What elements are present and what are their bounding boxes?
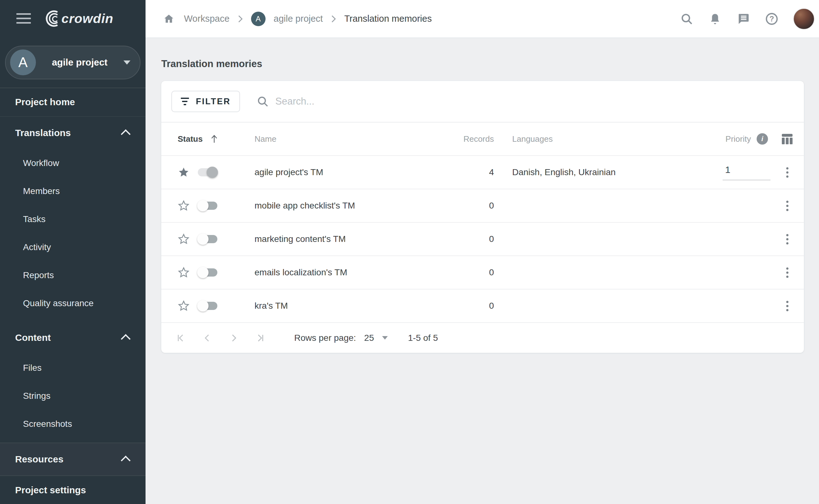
search-bar bbox=[256, 95, 804, 108]
favorite-star-button[interactable] bbox=[178, 166, 190, 178]
columns-icon bbox=[781, 133, 793, 145]
tm-name: emails localization's TM bbox=[255, 267, 437, 278]
rows-per-page-select[interactable]: 25 bbox=[364, 333, 388, 343]
home-icon[interactable] bbox=[162, 12, 176, 26]
tm-name: mobile app checklist's TM bbox=[255, 201, 437, 211]
sort-ascending-icon bbox=[210, 134, 218, 144]
main-content: Translation memories FILTER Status bbox=[146, 38, 819, 504]
translations-subnav: Workflow Members Tasks Activity Reports … bbox=[0, 149, 146, 317]
tm-records: 0 bbox=[437, 201, 494, 211]
sidebar-section-content[interactable]: Content bbox=[0, 322, 146, 354]
sidebar-section-resources[interactable]: Resources bbox=[0, 443, 146, 476]
breadcrumb-project[interactable]: agile project bbox=[274, 14, 323, 24]
favorite-star-button[interactable] bbox=[178, 200, 190, 212]
search-icon[interactable] bbox=[680, 12, 694, 26]
chevron-down-icon bbox=[382, 336, 388, 340]
column-settings-button[interactable] bbox=[770, 133, 804, 145]
page-title: Translation memories bbox=[161, 58, 819, 70]
sidebar-item-files[interactable]: Files bbox=[0, 354, 146, 382]
column-records[interactable]: Records bbox=[437, 134, 494, 144]
status-toggle[interactable] bbox=[198, 268, 217, 277]
favorite-star-button[interactable] bbox=[178, 266, 190, 278]
rows-per-page-label: Rows per page: bbox=[294, 333, 356, 343]
table-row: marketing content's TM 0 bbox=[161, 222, 804, 255]
row-menu-button[interactable] bbox=[784, 165, 790, 180]
sidebar-item-screenshots[interactable]: Screenshots bbox=[0, 410, 146, 438]
info-icon[interactable]: i bbox=[757, 133, 768, 145]
status-toggle[interactable] bbox=[198, 168, 217, 176]
chevron-right-icon bbox=[331, 15, 336, 23]
sidebar-item-reports[interactable]: Reports bbox=[0, 261, 146, 289]
breadcrumb: Workspace A agile project Translation me… bbox=[162, 12, 680, 26]
breadcrumb-current: Translation memories bbox=[344, 14, 432, 24]
tm-name: kra's TM bbox=[255, 301, 437, 311]
table-row: kra's TM 0 bbox=[161, 289, 804, 322]
sidebar-item-project-settings[interactable]: Project settings bbox=[0, 476, 146, 504]
sidebar-section-translations[interactable]: Translations bbox=[0, 117, 146, 149]
bell-icon[interactable] bbox=[708, 12, 722, 26]
status-toggle[interactable] bbox=[198, 302, 217, 310]
sidebar-item-strings[interactable]: Strings bbox=[0, 382, 146, 410]
breadcrumb-project-avatar: A bbox=[251, 12, 266, 26]
search-icon bbox=[256, 95, 269, 108]
logo-wordmark: crowdin bbox=[61, 11, 113, 26]
help-icon[interactable]: ? bbox=[765, 12, 779, 26]
column-status[interactable]: Status bbox=[178, 134, 255, 144]
filter-button[interactable]: FILTER bbox=[171, 91, 240, 112]
chevron-up-icon bbox=[122, 335, 131, 341]
table-row: emails localization's TM 0 bbox=[161, 255, 804, 289]
last-page-button[interactable] bbox=[255, 332, 266, 344]
search-input[interactable] bbox=[275, 96, 804, 107]
tm-records: 0 bbox=[437, 267, 494, 278]
first-page-button[interactable] bbox=[175, 332, 186, 344]
column-languages[interactable]: Languages bbox=[494, 134, 679, 144]
pagination: Rows per page: 25 1-5 of 5 bbox=[161, 322, 804, 353]
project-switcher[interactable]: A agile project bbox=[5, 46, 140, 79]
content-subnav: Files Strings Screenshots bbox=[0, 354, 146, 438]
svg-text:?: ? bbox=[770, 14, 774, 23]
sidebar-item-activity[interactable]: Activity bbox=[0, 233, 146, 261]
sidebar-header: crowdin bbox=[0, 0, 146, 37]
sidebar: crowdin A agile project Project home Tra… bbox=[0, 0, 146, 504]
priority-input[interactable]: 1 bbox=[723, 164, 770, 180]
table-row: mobile app checklist's TM 0 bbox=[161, 189, 804, 222]
pagination-range: 1-5 of 5 bbox=[408, 333, 438, 343]
sidebar-item-workflow[interactable]: Workflow bbox=[0, 149, 146, 177]
sidebar-item-quality-assurance[interactable]: Quality assurance bbox=[0, 289, 146, 317]
row-menu-button[interactable] bbox=[784, 299, 790, 313]
row-menu-button[interactable] bbox=[784, 199, 790, 213]
filter-icon bbox=[181, 98, 189, 105]
sidebar-item-members[interactable]: Members bbox=[0, 177, 146, 205]
next-page-button[interactable] bbox=[228, 332, 239, 344]
tm-languages: Danish, English, Ukrainian bbox=[494, 167, 679, 177]
project-name: agile project bbox=[36, 57, 123, 68]
sidebar-item-project-home[interactable]: Project home bbox=[0, 88, 146, 116]
sidebar-item-tasks[interactable]: Tasks bbox=[0, 205, 146, 233]
column-priority[interactable]: Priority i bbox=[679, 133, 770, 145]
tm-records: 0 bbox=[437, 234, 494, 244]
chevron-up-icon bbox=[122, 456, 131, 462]
table-header: Status Name Records Languages Priority i bbox=[161, 123, 804, 155]
status-toggle[interactable] bbox=[198, 235, 217, 243]
row-menu-button[interactable] bbox=[784, 266, 790, 280]
crowdin-logo[interactable]: crowdin bbox=[42, 10, 129, 27]
breadcrumb-workspace[interactable]: Workspace bbox=[184, 14, 230, 24]
tm-records: 4 bbox=[437, 167, 494, 177]
favorite-star-button[interactable] bbox=[178, 233, 190, 245]
menu-icon[interactable] bbox=[16, 13, 31, 24]
chevron-up-icon bbox=[122, 130, 131, 136]
table-row: agile project's TM 4 Danish, English, Uk… bbox=[161, 155, 804, 189]
previous-page-button[interactable] bbox=[202, 332, 213, 344]
tm-records: 0 bbox=[437, 301, 494, 311]
translation-memories-card: FILTER Status Name bbox=[161, 81, 804, 353]
row-menu-button[interactable] bbox=[784, 232, 790, 246]
chat-icon[interactable] bbox=[736, 12, 750, 26]
card-toolbar: FILTER bbox=[161, 81, 804, 122]
column-name[interactable]: Name bbox=[255, 134, 437, 144]
tm-name: agile project's TM bbox=[255, 167, 437, 177]
chevron-down-icon bbox=[123, 60, 130, 65]
project-avatar: A bbox=[10, 49, 36, 75]
favorite-star-button[interactable] bbox=[178, 300, 190, 312]
status-toggle[interactable] bbox=[198, 202, 217, 210]
user-avatar[interactable] bbox=[793, 8, 815, 30]
